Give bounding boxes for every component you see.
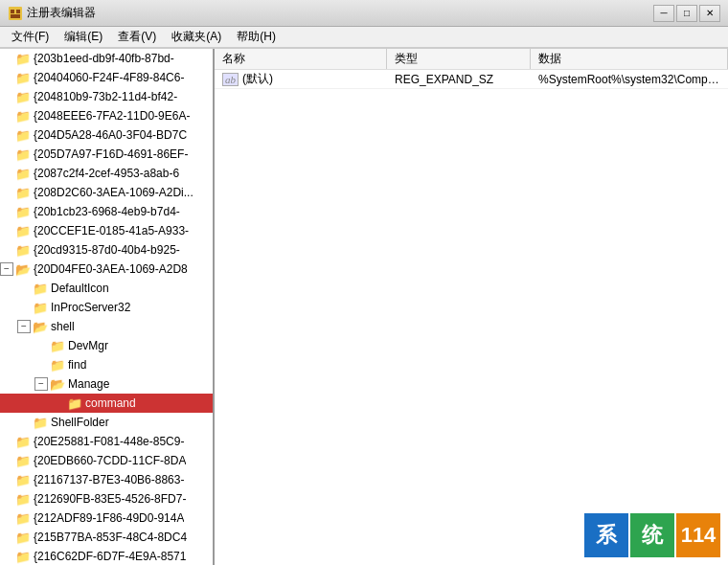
tree-expander-space [0, 186, 13, 199]
tree-item[interactable]: 📁{2087c2f4-2cef-4953-a8ab-6 [0, 164, 213, 183]
tree-item-label: find [68, 358, 86, 372]
tree-item[interactable]: 📁{204D5A28-46A0-3F04-BD7C [0, 125, 213, 145]
tree-item[interactable]: 📁{20EDB660-7CDD-11CF-8DA [0, 451, 213, 470]
tree-item-label: Manage [68, 377, 109, 391]
tree-item[interactable]: −📂shell [0, 317, 213, 336]
menu-help[interactable]: 帮助(H) [229, 27, 284, 47]
tree-item[interactable]: 📁{20E25881-F081-448e-85C9- [0, 432, 213, 451]
cell-name-text: (默认) [242, 71, 273, 87]
tree-item[interactable]: 📁ShellFolder [0, 413, 213, 432]
col-header-name[interactable]: 名称 [215, 49, 387, 69]
tree-item-label: {204810b9-73b2-11d4-bf42- [34, 90, 177, 103]
menu-view[interactable]: 查看(V) [110, 27, 164, 47]
tree-expander-space [0, 147, 13, 161]
right-rows: ab(默认)REG_EXPAND_SZ%SystemRoot%\system32… [215, 70, 728, 89]
tree-item-label: {208D2C60-3AEA-1069-A2Di... [34, 186, 193, 199]
watermark-char-3: 114 [676, 513, 720, 557]
tree-item-label: shell [51, 320, 75, 333]
window: 注册表编辑器 ─ □ ✕ 文件(F) 编辑(E) 查看(V) 收藏夹(A) 帮助… [0, 0, 728, 565]
tree-expander-space [17, 282, 31, 295]
tree-item-label: {205D7A97-F16D-4691-86EF- [34, 147, 188, 161]
watermark-char-1: 系 [584, 513, 628, 557]
tree-expander-space [0, 71, 13, 84]
tree-expander-space [0, 531, 13, 544]
tree-item-label: {20cd9315-87d0-40b4-b925- [34, 243, 180, 257]
tree-expander-space [0, 90, 13, 103]
tree-item[interactable]: 📁{203b1eed-db9f-40fb-87bd- [0, 49, 213, 68]
svg-rect-1 [11, 10, 14, 13]
tree-item[interactable]: 📁DefaultIcon [0, 279, 213, 298]
tree-item-label: {20E25881-F081-448e-85C9- [34, 435, 184, 448]
tree-item[interactable]: 📁{2048EEE6-7FA2-11D0-9E6A- [0, 106, 213, 125]
tree-item[interactable]: 📁{20b1cb23-6968-4eb9-b7d4- [0, 202, 213, 221]
tree-item[interactable]: 📁{20404060-F24F-4F89-84C6- [0, 68, 213, 87]
folder-icon: 📁 [67, 396, 82, 411]
tree-item-label: {20404060-F24F-4F89-84C6- [34, 71, 184, 84]
folder-icon: 📂 [50, 377, 65, 392]
menu-bar: 文件(F) 编辑(E) 查看(V) 收藏夹(A) 帮助(H) [0, 27, 728, 48]
folder-icon: 📁 [33, 282, 48, 296]
folder-icon: 📂 [15, 262, 31, 277]
tree-expander[interactable]: − [34, 377, 48, 391]
tree-panel[interactable]: 📁{203b1eed-db9f-40fb-87bd-📁{20404060-F24… [0, 49, 215, 565]
tree-item[interactable]: 📁InProcServer32 [0, 298, 213, 317]
tree-expander-space [0, 511, 13, 525]
tree-item[interactable]: 📁{212690FB-83E5-4526-8FD7- [0, 489, 213, 508]
tree-expander[interactable]: − [0, 262, 13, 276]
tree-item-label: ShellFolder [51, 416, 109, 429]
cell-type: REG_EXPAND_SZ [387, 73, 531, 86]
tree-expander[interactable]: − [17, 320, 31, 333]
tree-item[interactable]: 📁{216C62DF-6D7F-4E9A-8571 [0, 547, 213, 565]
tree-item[interactable]: 📁find [0, 355, 213, 374]
tree-expander-space [0, 435, 13, 448]
tree-item[interactable]: 📁{20CCEF1E-0185-41a5-A933- [0, 221, 213, 240]
close-button[interactable]: ✕ [699, 5, 720, 22]
right-row[interactable]: ab(默认)REG_EXPAND_SZ%SystemRoot%\system32… [215, 70, 728, 89]
folder-icon: 📁 [15, 90, 31, 104]
tree-expander-space [0, 243, 13, 257]
tree-item[interactable]: 📁DevMgr [0, 336, 213, 355]
col-header-data[interactable]: 数据 [531, 49, 728, 69]
folder-icon: 📁 [15, 435, 31, 449]
right-panel: 名称 类型 数据 ab(默认)REG_EXPAND_SZ%SystemRoot%… [215, 49, 728, 565]
cell-data: %SystemRoot%\system32\CompMgmtLauncher.e… [531, 73, 728, 86]
right-header: 名称 类型 数据 [215, 49, 728, 70]
tree-item-label: DevMgr [68, 339, 108, 352]
tree-expander-space [0, 52, 13, 65]
folder-icon: 📁 [50, 358, 65, 373]
tree-item-label: {20D04FE0-3AEA-1069-A2D8 [34, 262, 188, 276]
window-controls: ─ □ ✕ [653, 5, 720, 22]
tree-expander-space [17, 416, 31, 429]
tree-expander-space [34, 358, 48, 372]
tree-item[interactable]: 📁{20cd9315-87d0-40b4-b925- [0, 240, 213, 260]
menu-favorites[interactable]: 收藏夹(A) [164, 27, 229, 47]
tree-item[interactable]: 📁command [0, 394, 213, 413]
tree-item[interactable]: 📁{215B77BA-853F-48C4-8DC4 [0, 528, 213, 547]
watermark: 系 统 114 [584, 513, 720, 557]
svg-rect-2 [16, 10, 20, 13]
folder-icon: 📁 [15, 167, 31, 181]
tree-item-label: {20CCEF1E-0185-41a5-A933- [34, 224, 189, 237]
tree-item[interactable]: 📁{205D7A97-F16D-4691-86EF- [0, 145, 213, 164]
tree-item-label: {203b1eed-db9f-40fb-87bd- [34, 52, 174, 65]
folder-icon: 📁 [15, 205, 31, 219]
tree-item[interactable]: 📁{208D2C60-3AEA-1069-A2Di... [0, 183, 213, 202]
tree-item-label: {2087c2f4-2cef-4953-a8ab-6 [34, 167, 179, 180]
tree-item[interactable]: 📁{204810b9-73b2-11d4-bf42- [0, 87, 213, 106]
tree-item[interactable]: −📂{20D04FE0-3AEA-1069-A2D8 [0, 260, 213, 279]
tree-item[interactable]: 📁{212ADF89-1F86-49D0-914A [0, 508, 213, 528]
watermark-char-2: 统 [630, 513, 674, 557]
minimize-button[interactable]: ─ [653, 5, 674, 22]
value-type-icon: ab [222, 73, 239, 86]
folder-icon: 📁 [50, 339, 65, 353]
tree-expander-space [0, 167, 13, 180]
tree-item[interactable]: −📂Manage [0, 374, 213, 394]
tree-expander-space [0, 109, 13, 123]
menu-file[interactable]: 文件(F) [4, 27, 57, 47]
menu-edit[interactable]: 编辑(E) [57, 27, 110, 47]
tree-item[interactable]: 📁{21167137-B7E3-40B6-8863- [0, 470, 213, 489]
window-title: 注册表编辑器 [27, 5, 653, 21]
col-header-type[interactable]: 类型 [387, 49, 531, 69]
folder-icon: 📁 [15, 473, 31, 487]
maximize-button[interactable]: □ [676, 5, 697, 22]
